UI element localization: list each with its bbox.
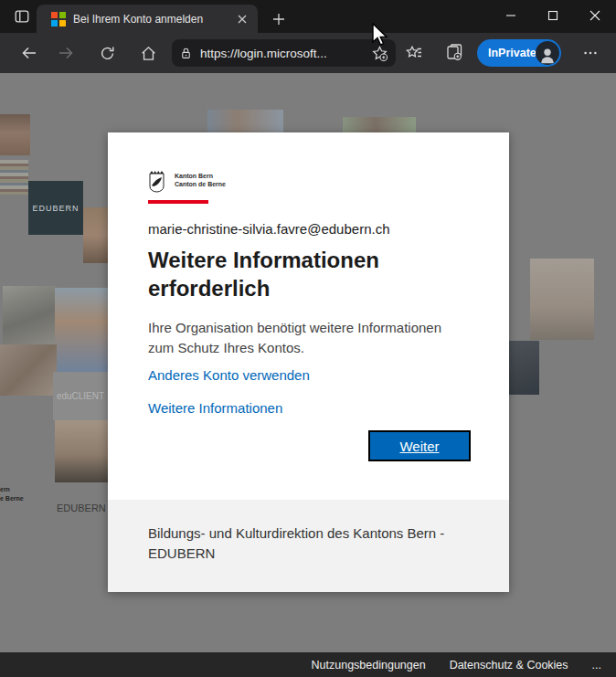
close-window-icon[interactable] [574, 0, 616, 31]
refresh-icon[interactable] [96, 42, 118, 64]
org-logo-text: Kanton Bern Canton de Berne [175, 172, 226, 188]
org-logo: Kanton Bern Canton de Berne [148, 169, 226, 195]
background-tile-educlient: eduCLIENT [53, 372, 108, 420]
tab-actions-icon[interactable] [12, 6, 32, 26]
background-photo [507, 341, 539, 395]
signin-dialog: Kanton Bern Canton de Berne marie-christ… [108, 132, 509, 592]
home-icon[interactable] [137, 42, 159, 64]
profile-avatar[interactable] [536, 41, 559, 65]
kanton-bern-crest-icon [148, 169, 165, 195]
microsoft-logo-icon [51, 12, 66, 26]
background-photo [3, 286, 57, 344]
edubern-tile-label: EDUBERN [28, 181, 83, 235]
tab-strip: Bei Ihrem Konto anmelden [0, 0, 616, 33]
inprivate-label: InPrivate [488, 47, 536, 59]
dialog-footer: Bildungs- und Kulturdirektion des Kanton… [108, 500, 509, 592]
background-photo [0, 160, 28, 195]
background-photo [530, 259, 594, 340]
forward-icon[interactable] [55, 42, 77, 64]
browser-window: Bei Ihrem Konto anmelden [0, 0, 616, 677]
background-photo [55, 288, 108, 372]
background-photo [55, 420, 108, 482]
maximize-icon[interactable] [532, 0, 574, 31]
lock-icon [179, 47, 193, 60]
back-icon[interactable] [18, 42, 40, 64]
privacy-link[interactable]: Datenschutz & Cookies [450, 659, 568, 672]
background-photo [0, 344, 57, 396]
person-icon [537, 45, 558, 65]
browser-tab[interactable]: Bei Ihrem Konto anmelden [37, 5, 258, 33]
new-tab-icon[interactable] [268, 8, 290, 30]
background-photo [83, 207, 108, 263]
tab-title: Bei Ihrem Konto anmelden [73, 13, 234, 26]
background-tile-edubern: EDUBERN [28, 181, 83, 235]
background-photo [0, 114, 30, 155]
add-favorite-icon[interactable] [371, 45, 388, 62]
favorites-icon[interactable] [403, 42, 425, 64]
url-text[interactable]: https://login.microsoft... [200, 47, 371, 60]
educlient-tile-label: eduCLIENT [53, 372, 108, 420]
dialog-heading: Weitere Informationen erforderlich [148, 246, 450, 302]
tab-close-icon[interactable] [234, 11, 250, 27]
background-photo [343, 117, 416, 132]
dialog-body-text: Ihre Organisation benötigt weitere Infor… [148, 318, 469, 358]
browser-toolbar: https://login.microsoft... InPrivate [0, 33, 616, 73]
page-content: EDUBERN eduCLIENT ern e Berne EDUBERN is… [0, 73, 616, 677]
more-information-link[interactable]: Weitere Informationen [148, 400, 282, 416]
window-controls [490, 0, 616, 31]
background-logo-fragment: ern e Berne [0, 485, 24, 503]
use-other-account-link[interactable]: Anderes Konto verwenden [148, 367, 310, 383]
address-bar[interactable]: https://login.microsoft... [172, 39, 396, 67]
logo-red-underline [148, 200, 208, 204]
next-button[interactable]: Weiter [368, 430, 471, 461]
terms-link[interactable]: Nutzungsbedingungen [312, 659, 426, 672]
dialog-footer-text: Bildungs- und Kulturdirektion des Kanton… [148, 524, 469, 564]
collections-icon[interactable] [443, 42, 465, 64]
background-photo [207, 110, 283, 132]
settings-menu-icon[interactable] [579, 42, 601, 64]
footer-more-icon[interactable]: ... [592, 659, 601, 672]
page-footer-bar: Nutzungsbedingungen Datenschutz & Cookie… [0, 652, 616, 677]
account-email: marie-christine-silvia.favre@edubern.ch [148, 221, 477, 237]
inprivate-badge[interactable]: InPrivate [477, 39, 561, 67]
minimize-icon[interactable] [490, 0, 532, 31]
